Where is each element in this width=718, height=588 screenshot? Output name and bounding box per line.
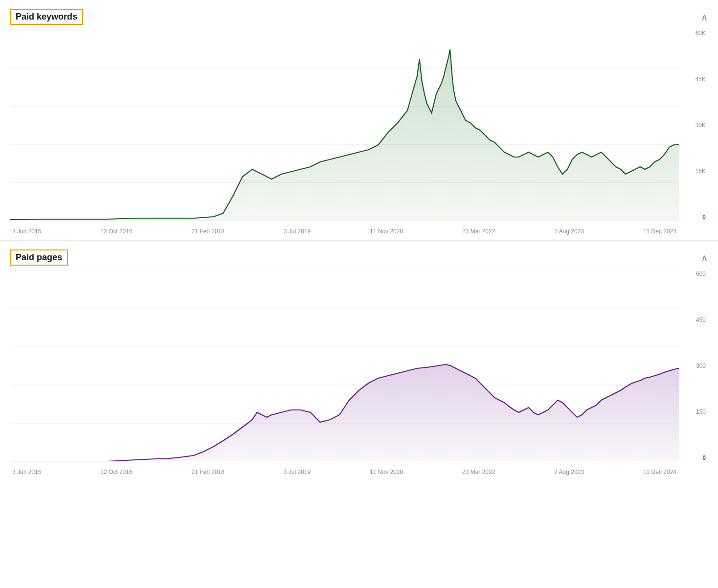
y-label-15k: 15K	[696, 168, 706, 175]
keywords-svg	[10, 30, 679, 221]
pages-x-axis: 3 Jun 2015 12 Oct 2016 21 Feb 2018 3 Jul…	[10, 463, 679, 481]
px-label-0: 3 Jun 2015	[12, 469, 41, 475]
paid-keywords-section: Paid keywords ∧	[0, 0, 718, 241]
x-label-7: 11 Dec 2024	[643, 228, 676, 235]
y-label-60k: 60K	[696, 30, 706, 37]
px-label-1: 12 Oct 2016	[100, 469, 132, 475]
px-label-6: 2 Aug 2023	[554, 469, 584, 475]
px-label-2: 21 Feb 2018	[192, 469, 224, 475]
y-label-300: 300	[696, 362, 706, 369]
px-label-7: 11 Dec 2024	[643, 469, 676, 475]
y-label-0p: 0	[702, 454, 706, 461]
x-label-1: 12 Oct 2016	[100, 228, 132, 235]
pages-svg	[10, 271, 679, 461]
y-label-150: 150	[696, 408, 706, 415]
x-label-5: 23 Mar 2022	[462, 228, 495, 235]
collapse-keywords-button[interactable]: ∧	[701, 11, 708, 23]
pages-chart-area	[10, 271, 679, 461]
section-header-keywords: Paid keywords ∧	[10, 9, 708, 25]
px-label-3: 3 Jul 2019	[284, 469, 311, 475]
y-label-30k: 30K	[696, 122, 706, 129]
paid-keywords-chart: 60K 45K 30K 15K 0 3 Jun 2015 12 Oct 2016…	[10, 30, 708, 240]
section-header-pages: Paid pages ∧	[10, 249, 708, 266]
paid-pages-section: Paid pages ∧	[0, 241, 718, 481]
y-label-45k: 45K	[696, 76, 706, 83]
y-label-450: 450	[696, 317, 706, 323]
x-label-3: 3 Jul 2019	[284, 228, 311, 235]
px-label-5: 23 Mar 2022	[462, 469, 495, 475]
paid-pages-chart: 600 450 300 150 0 3 Jun 2015 12 Oct 2016…	[10, 271, 708, 481]
keywords-y-axis: 60K 45K 30K 15K 0	[679, 30, 708, 221]
x-label-6: 2 Aug 2023	[554, 228, 584, 235]
pages-y-axis: 600 450 300 150 0	[679, 271, 708, 461]
keywords-chart-area	[10, 30, 679, 221]
paid-pages-title: Paid pages	[10, 249, 68, 266]
keywords-x-axis: 3 Jun 2015 12 Oct 2016 21 Feb 2018 3 Jul…	[10, 223, 679, 240]
x-label-0: 3 Jun 2015	[12, 228, 41, 235]
paid-keywords-title: Paid keywords	[10, 9, 83, 25]
collapse-pages-button[interactable]: ∧	[701, 252, 708, 264]
x-label-4: 11 Nov 2020	[370, 228, 403, 235]
px-label-4: 11 Nov 2020	[370, 469, 403, 475]
y-label-600: 600	[696, 271, 706, 277]
x-label-2: 21 Feb 2018	[192, 228, 224, 235]
y-label-0k: 0	[702, 214, 706, 221]
